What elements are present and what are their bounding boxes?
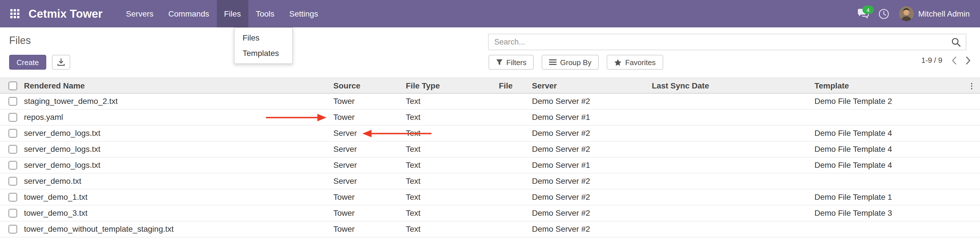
row-checkbox[interactable]: [9, 97, 17, 106]
pager-range: 1-9 / 9: [921, 56, 942, 65]
chevron-left-icon: [951, 56, 956, 64]
create-button[interactable]: Create: [9, 55, 46, 70]
nav-menu-servers[interactable]: Servers: [118, 0, 161, 27]
cell-source: Server: [330, 173, 402, 189]
favorites-label: Favorites: [625, 58, 656, 67]
table-row[interactable]: tower_demo_3.txt Tower Text Demo Server …: [0, 205, 980, 221]
cell-server: Demo Server #2: [528, 205, 648, 221]
nav-menu-commands[interactable]: Commands: [161, 0, 216, 27]
cell-file-type: Text: [402, 141, 495, 157]
table-row[interactable]: server_demo_logs.txt Server Text Demo Se…: [0, 157, 980, 173]
nav-menu-settings[interactable]: Settings: [282, 0, 326, 27]
cell-source: Tower: [330, 109, 402, 125]
star-icon: [614, 59, 622, 66]
select-all-checkbox[interactable]: [9, 82, 17, 90]
cell-file: [495, 94, 528, 109]
row-checkbox[interactable]: [9, 129, 17, 138]
cell-last-sync: [648, 205, 811, 221]
favorites-button[interactable]: Favorites: [607, 55, 663, 70]
dropdown-item-files[interactable]: Files: [235, 30, 292, 46]
dropdown-item-templates[interactable]: Templates: [235, 46, 292, 61]
column-header-server[interactable]: Server: [528, 78, 648, 93]
cell-last-sync: [648, 141, 811, 157]
cell-rendered-name: tower_demo_3.txt: [21, 205, 330, 221]
user-menu[interactable]: Mitchell Admin: [899, 6, 970, 21]
cell-last-sync: [648, 189, 811, 205]
cell-template: [811, 221, 963, 237]
table-row[interactable]: server_demo_logs.txt Server Text Demo Se…: [0, 141, 980, 157]
navbar-right-group: 4 Mitchell Admin: [857, 6, 980, 21]
cell-template: Demo File Template 3: [811, 205, 963, 221]
apps-menu-button[interactable]: [7, 0, 23, 27]
search-input[interactable]: [488, 38, 951, 46]
cell-template: Demo File Template 4: [811, 157, 963, 173]
table-row[interactable]: repos.yaml Tower Text Demo Server #1: [0, 109, 980, 125]
row-checkbox[interactable]: [9, 177, 17, 186]
row-checkbox[interactable]: [9, 145, 17, 154]
top-navbar: Cetmix Tower Servers Commands Files Tool…: [0, 0, 980, 27]
cell-file-type: Text: [402, 109, 495, 125]
column-header-rendered-name[interactable]: Rendered Name: [21, 78, 330, 93]
cell-file-type: Text: [402, 94, 495, 109]
column-header-file-type[interactable]: File Type: [402, 78, 495, 93]
row-checkbox[interactable]: [9, 209, 17, 217]
row-checkbox[interactable]: [9, 113, 17, 122]
cell-rendered-name: server_demo.txt: [21, 173, 330, 189]
cell-rendered-name: tower_demo_without_template_staging.txt: [21, 221, 330, 237]
cell-rendered-name: server_demo_logs.txt: [21, 157, 330, 173]
brand-title[interactable]: Cetmix Tower: [29, 7, 102, 20]
column-header-file[interactable]: File: [495, 78, 528, 93]
table-row[interactable]: tower_demo_1.txt Tower Text Demo Server …: [0, 189, 980, 205]
table-row[interactable]: server_demo.txt Server Text Demo Server …: [0, 173, 980, 189]
pager: 1-9 / 9: [921, 56, 971, 65]
column-header-last-sync-date[interactable]: Last Sync Date: [648, 78, 811, 93]
files-menu-dropdown: Files Templates: [234, 27, 293, 64]
cell-file-type: Text: [402, 189, 495, 205]
cell-server: Demo Server #2: [528, 173, 648, 189]
cell-rendered-name: server_demo_logs.txt: [21, 125, 330, 141]
cell-template: Demo File Template 4: [811, 125, 963, 141]
export-button[interactable]: [52, 55, 70, 70]
cell-rendered-name: tower_demo_1.txt: [21, 189, 330, 205]
cell-file: [495, 157, 528, 173]
cell-source: Tower: [330, 94, 402, 109]
nav-menu-tools[interactable]: Tools: [248, 0, 282, 27]
cell-server: Demo Server #1: [528, 109, 648, 125]
cell-file: [495, 205, 528, 221]
cell-server: Demo Server #2: [528, 125, 648, 141]
cell-source: Server: [330, 157, 402, 173]
row-checkbox[interactable]: [9, 193, 17, 202]
filters-button[interactable]: Filters: [488, 55, 534, 70]
table-row[interactable]: staging_tower_demo_2.txt Tower Text Demo…: [0, 94, 980, 109]
filter-funnel-icon: [496, 59, 503, 66]
cell-template: Demo File Template 1: [811, 189, 963, 205]
app-window: Cetmix Tower Servers Commands Files Tool…: [0, 0, 980, 238]
cell-last-sync: [648, 109, 811, 125]
pager-previous-button[interactable]: [951, 56, 956, 64]
optional-columns-toggle-icon[interactable]: ⋮: [968, 82, 975, 90]
user-avatar: [899, 6, 913, 21]
activities-button[interactable]: [878, 8, 889, 19]
list-actions: Create: [9, 55, 70, 70]
group-by-button[interactable]: Group By: [542, 55, 599, 70]
row-checkbox[interactable]: [9, 161, 17, 170]
files-list-table: Rendered Name Source File Type File Serv…: [0, 78, 980, 237]
column-header-template[interactable]: Template: [811, 78, 963, 93]
table-row[interactable]: tower_demo_without_template_staging.txt …: [0, 221, 980, 237]
messages-count-badge: 4: [862, 6, 873, 14]
nav-menu-files[interactable]: Files: [216, 0, 248, 27]
column-header-source[interactable]: Source: [330, 78, 402, 93]
search-icon[interactable]: [951, 37, 961, 46]
clock-icon: [878, 8, 889, 19]
row-checkbox[interactable]: [9, 225, 17, 233]
cell-file: [495, 221, 528, 237]
cell-file: [495, 141, 528, 157]
breadcrumb: Files: [9, 35, 31, 47]
table-row[interactable]: server_demo_logs.txt Server Text Demo Se…: [0, 125, 980, 141]
table-header-row: Rendered Name Source File Type File Serv…: [0, 78, 980, 94]
cell-last-sync: [648, 125, 811, 141]
pager-next-button[interactable]: [966, 56, 971, 64]
cell-file-type: Text: [402, 125, 495, 141]
cell-file: [495, 189, 528, 205]
messages-button[interactable]: 4: [857, 9, 869, 19]
